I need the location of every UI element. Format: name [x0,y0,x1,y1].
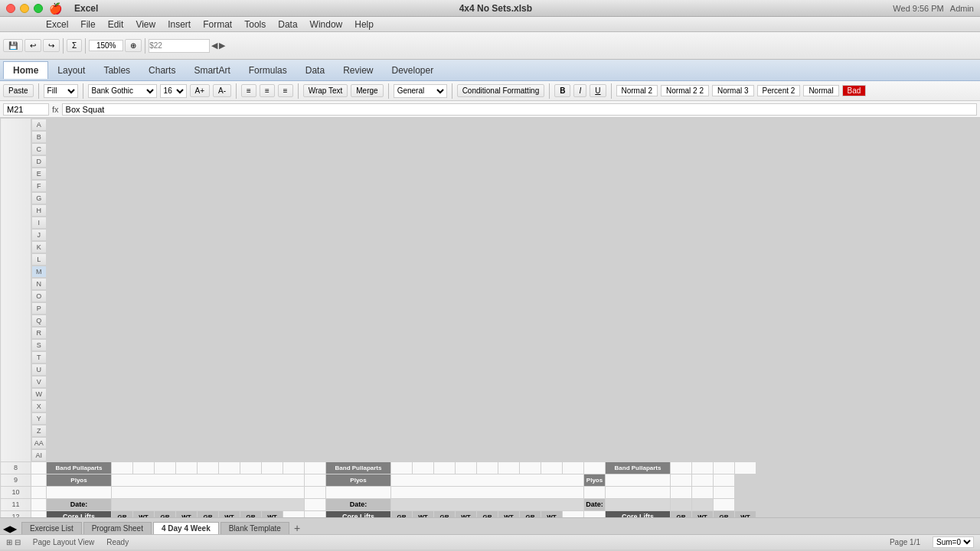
bold-button[interactable]: B [554,84,570,97]
cell-Q8[interactable] [456,461,477,474]
sheet-tab-program-sheet[interactable]: Program Sheet [83,522,152,534]
cell-L11[interactable] [305,498,326,510]
normal3-style[interactable]: Normal 3 [712,85,754,96]
cell-I8[interactable] [240,461,262,474]
search-box[interactable] [149,39,210,53]
cell-I12-gr[interactable]: GR [240,510,262,517]
tab-layout[interactable]: Layout [48,62,94,79]
cell-B11-date[interactable]: Date: [47,498,112,510]
cell-AA10[interactable] [692,486,714,498]
col-V[interactable]: V [31,376,47,388]
col-C[interactable]: C [31,143,47,155]
cell-C9[interactable] [112,474,305,486]
cell-X10[interactable] [584,486,606,498]
cell-K8[interactable] [283,461,305,474]
cell-AA9[interactable] [692,474,714,486]
cell-M9[interactable]: Plyos [326,474,391,486]
maximize-button[interactable] [34,4,43,13]
col-P[interactable]: P [31,302,47,315]
col-N[interactable]: N [31,278,47,290]
col-B[interactable]: B [31,131,47,143]
col-Q[interactable]: Q [31,315,47,327]
paste-button[interactable]: Paste [3,84,34,97]
tab-tables[interactable]: Tables [94,62,139,79]
col-J[interactable]: J [31,229,47,241]
cell-B12-core[interactable]: Core Lifts [47,510,112,517]
cell-reference[interactable] [3,103,49,116]
align-center[interactable]: ≡ [260,84,275,97]
window-controls[interactable] [6,4,43,13]
cell-Z11[interactable] [671,498,692,510]
bad-style[interactable]: Bad [842,85,867,96]
col-F[interactable]: F [31,180,47,192]
cell-J8[interactable] [262,461,283,474]
menu-window[interactable]: Window [310,19,343,30]
cell-Y12-gr[interactable]: GR [671,510,692,517]
italic-button[interactable]: I [573,84,586,97]
minimize-button[interactable] [20,4,29,13]
conditional-format[interactable]: Conditional Formatting [457,84,545,97]
menu-format[interactable]: Format [203,19,232,30]
cell-E12-gr[interactable]: GR [155,510,176,517]
fill-selector[interactable]: Fill [44,84,78,98]
wrap-text[interactable]: Wrap Text [303,84,348,97]
cell-X8[interactable]: Band Pullaparts [606,461,671,474]
align-right[interactable]: ≡ [278,84,293,97]
close-button[interactable] [6,4,15,13]
underline-button[interactable]: U [590,84,606,97]
percent2-style[interactable]: Percent 2 [757,85,801,96]
nav-left[interactable]: ◀ [211,41,217,51]
cell-U8[interactable] [541,461,563,474]
cell-L10[interactable] [305,486,326,498]
merge-button[interactable]: Merge [351,84,383,97]
nav-right[interactable]: ▶ [219,41,225,51]
col-A[interactable]: A [31,119,47,131]
col-T[interactable]: T [31,351,47,364]
col-O[interactable]: O [31,290,47,302]
cell-F12-wt[interactable]: WT [176,510,198,517]
cell-J12-wt[interactable]: WT [262,510,283,517]
col-U[interactable]: U [31,364,47,376]
cell-AI8[interactable] [735,461,756,474]
tab-charts[interactable]: Charts [139,62,185,79]
cell-S8[interactable] [498,461,520,474]
cell-AA12-gr[interactable]: GR [714,510,735,517]
cell-Y9[interactable] [606,474,671,486]
cell-Q12-wt[interactable]: WT [456,510,477,517]
cell-AA8[interactable] [714,461,735,474]
cell-C12-gr[interactable]: GR [112,510,133,517]
cell-D8[interactable] [133,461,155,474]
tab-review[interactable]: Review [334,62,382,79]
cell-W12[interactable] [584,510,606,517]
cell-G8[interactable] [198,461,219,474]
col-W[interactable]: W [31,388,47,400]
sheet-tab-blank-template[interactable]: Blank Template [220,522,289,534]
grid-area[interactable]: A B C D E F G H I J K L M N O P Q [0,118,980,517]
cell-A12[interactable] [31,510,47,517]
cell-W8[interactable] [584,461,606,474]
cell-A8[interactable] [31,461,47,474]
cell-M11-date[interactable]: Date: [326,498,391,510]
col-AI[interactable]: AI [31,449,47,461]
cell-Z9[interactable] [671,474,692,486]
cell-H8[interactable] [219,461,240,474]
cell-P8[interactable] [434,461,456,474]
menu-view[interactable]: View [136,19,155,30]
toolbar-undo[interactable]: ↩ [24,39,41,52]
cell-X12-core[interactable]: Core Lifts [606,510,671,517]
cell-AI10[interactable] [714,486,735,498]
cell-AA11[interactable] [692,498,714,510]
tab-smartart[interactable]: SmartArt [185,62,239,79]
col-Y[interactable]: Y [31,412,47,425]
col-X[interactable]: X [31,400,47,412]
cell-G12-gr[interactable]: GR [198,510,219,517]
cell-X11-date[interactable]: Date: [584,498,606,510]
cell-C10[interactable] [112,486,305,498]
col-Z[interactable]: Z [31,425,47,437]
cell-N12-gr[interactable]: GR [391,510,413,517]
cell-E8[interactable] [155,461,176,474]
col-K[interactable]: K [31,241,47,253]
col-D[interactable]: D [31,155,47,168]
cell-N9[interactable] [391,474,584,486]
tab-developer[interactable]: Developer [382,62,443,79]
